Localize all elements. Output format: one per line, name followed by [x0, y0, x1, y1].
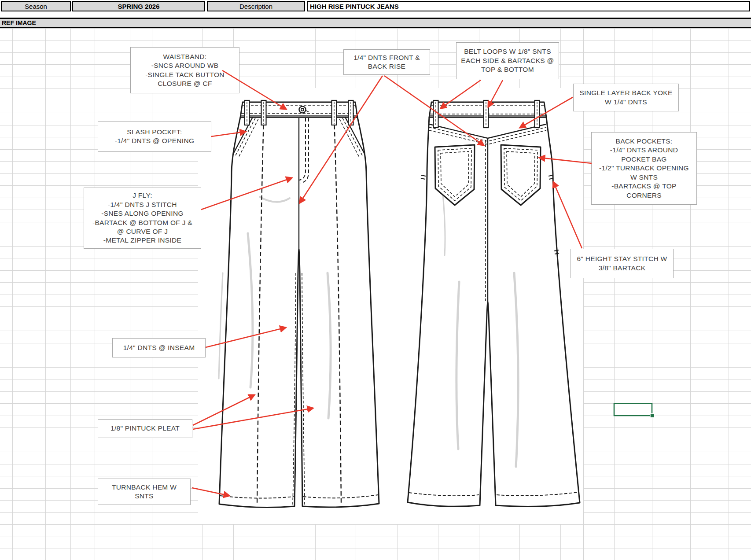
callout-belt-loops: BELT LOOPS W 1/8" SNTS EACH SIDE & BARTA… — [456, 42, 559, 79]
season-value-cell[interactable]: SPRING 2026 — [72, 1, 205, 11]
selected-cell[interactable] — [614, 404, 654, 418]
ref-image-label: REF IMAGE — [2, 19, 36, 26]
callout-rise: 1/4" DNTS FRONT & BACK RISE — [343, 49, 430, 75]
excel-spec-sheet: { "header": { "season_label": "Season", … — [0, 0, 751, 560]
season-label-cell[interactable]: Season — [1, 1, 71, 11]
fill-handle-icon[interactable] — [650, 414, 654, 418]
description-label-cell[interactable]: Description — [207, 1, 305, 11]
callout-j-fly: J FLY: -1/4" DNTS J STITCH -SNES ALONG O… — [84, 188, 201, 249]
callout-back-pockets: BACK POCKETS: -1/4" DNTS AROUND POCKET B… — [591, 132, 697, 205]
callout-hem: TURNBACK HEM W SNTS — [98, 479, 191, 505]
callout-inseam: 1/4" DNTS @ INSEAM — [112, 338, 206, 357]
ref-image-section-header: REF IMAGE — [0, 18, 751, 28]
callout-waistband: WAISTBAND: -SNCS AROUND WB -SINGLE TACK … — [130, 47, 239, 93]
callout-stay-stitch: 6" HEIGHT STAY STITCH W 3/8" BARTACK — [571, 249, 674, 278]
description-value-cell[interactable]: HIGH RISE PINTUCK JEANS — [307, 1, 750, 11]
callout-pintuck: 1/8" PINTUCK PLEAT — [98, 419, 192, 438]
callout-back-yoke: SINGLE LAYER BACK YOKE W 1/4" DNTS — [573, 84, 679, 111]
callout-slash-pocket: SLASH POCKET: -1/4" DNTS @ OPENING — [98, 121, 211, 152]
